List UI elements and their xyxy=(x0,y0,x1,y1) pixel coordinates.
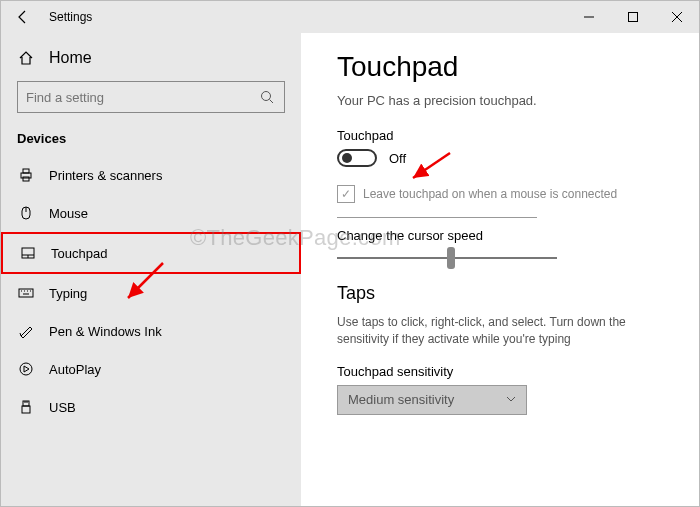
sidebar-item-label: Typing xyxy=(49,286,87,301)
back-button[interactable] xyxy=(1,1,45,33)
sidebar-item-label: Pen & Windows Ink xyxy=(49,324,162,339)
cursor-speed-slider[interactable] xyxy=(337,257,557,259)
svg-rect-5 xyxy=(23,169,29,173)
sidebar-item-label: USB xyxy=(49,400,76,415)
sidebar-item-label: AutoPlay xyxy=(49,362,101,377)
close-button[interactable] xyxy=(655,1,699,33)
minimize-icon xyxy=(584,12,594,22)
maximize-button[interactable] xyxy=(611,1,655,33)
svg-point-18 xyxy=(20,363,32,375)
dropdown-value: Medium sensitivity xyxy=(348,392,454,407)
sidebar-home-label: Home xyxy=(49,49,92,67)
settings-window: Settings Home xyxy=(0,0,700,507)
maximize-icon xyxy=(628,12,638,22)
toggle-state-text: Off xyxy=(389,151,406,166)
touchpad-toggle[interactable] xyxy=(337,149,377,167)
arrow-left-icon xyxy=(15,9,31,25)
sidebar-section-head: Devices xyxy=(1,127,301,156)
sidebar-item-typing[interactable]: Typing xyxy=(1,274,301,312)
titlebar: Settings xyxy=(1,1,699,33)
close-icon xyxy=(672,12,682,22)
pen-icon xyxy=(17,322,35,340)
svg-rect-1 xyxy=(629,13,638,22)
touchpad-icon xyxy=(19,244,37,262)
window-body: Home Devices Printers & scanners Mou xyxy=(1,33,699,506)
leave-touchpad-checkbox[interactable]: ✓ xyxy=(337,185,355,203)
sidebar-item-usb[interactable]: USB xyxy=(1,388,301,426)
printer-icon xyxy=(17,166,35,184)
sensitivity-dropdown[interactable]: Medium sensitivity xyxy=(337,385,527,415)
leave-touchpad-checkbox-row: ✓ Leave touchpad on when a mouse is conn… xyxy=(337,185,671,203)
checkbox-label: Leave touchpad on when a mouse is connec… xyxy=(363,187,617,201)
svg-rect-20 xyxy=(22,406,30,413)
chevron-down-icon xyxy=(506,392,516,407)
toggle-label: Touchpad xyxy=(337,128,671,143)
svg-rect-12 xyxy=(19,289,33,297)
search-box[interactable] xyxy=(17,81,285,113)
toggle-knob xyxy=(342,153,352,163)
content-pane: Touchpad Your PC has a precision touchpa… xyxy=(301,33,699,506)
taps-description: Use taps to click, right-click, and sele… xyxy=(337,314,671,348)
sidebar-item-touchpad[interactable]: Touchpad xyxy=(1,232,301,274)
sidebar-home[interactable]: Home xyxy=(1,41,301,75)
slider-thumb[interactable] xyxy=(447,247,455,269)
sidebar-item-autoplay[interactable]: AutoPlay xyxy=(1,350,301,388)
home-icon xyxy=(17,49,35,67)
sidebar: Home Devices Printers & scanners Mou xyxy=(1,33,301,506)
search-icon xyxy=(258,88,276,106)
mouse-icon xyxy=(17,204,35,222)
search-input[interactable] xyxy=(26,90,258,105)
page-title: Touchpad xyxy=(337,51,671,83)
sensitivity-label: Touchpad sensitivity xyxy=(337,364,671,379)
slider-label: Change the cursor speed xyxy=(337,228,671,243)
page-subtitle: Your PC has a precision touchpad. xyxy=(337,93,671,108)
sidebar-item-label: Touchpad xyxy=(51,246,107,261)
svg-rect-19 xyxy=(23,401,29,406)
window-title: Settings xyxy=(49,10,92,24)
keyboard-icon xyxy=(17,284,35,302)
minimize-button[interactable] xyxy=(567,1,611,33)
sidebar-item-label: Mouse xyxy=(49,206,88,221)
svg-line-3 xyxy=(270,100,274,104)
sidebar-item-pen[interactable]: Pen & Windows Ink xyxy=(1,312,301,350)
window-controls xyxy=(567,1,699,33)
sidebar-item-mouse[interactable]: Mouse xyxy=(1,194,301,232)
touchpad-toggle-row: Off xyxy=(337,149,671,167)
taps-section-title: Taps xyxy=(337,283,671,304)
usb-icon xyxy=(17,398,35,416)
sidebar-item-label: Printers & scanners xyxy=(49,168,162,183)
svg-point-2 xyxy=(262,92,271,101)
divider xyxy=(337,217,537,218)
sidebar-item-printers[interactable]: Printers & scanners xyxy=(1,156,301,194)
autoplay-icon xyxy=(17,360,35,378)
